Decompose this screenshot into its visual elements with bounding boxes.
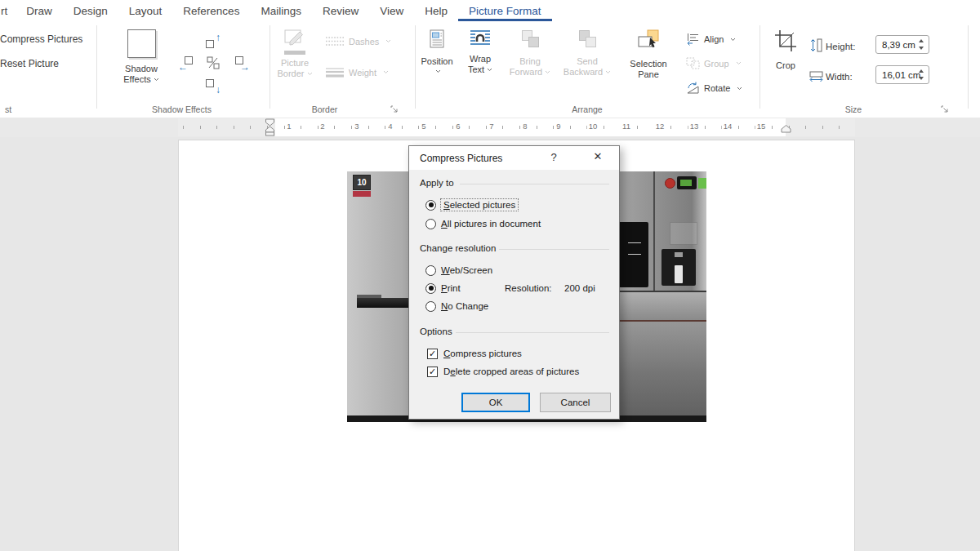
ruler-number: 8 bbox=[521, 122, 528, 131]
align-label: Align bbox=[704, 34, 724, 44]
fridge-badge-black bbox=[677, 176, 697, 189]
chevron-down-icon bbox=[737, 87, 742, 91]
selection-pane-icon bbox=[637, 29, 660, 53]
radio-label: Print bbox=[441, 283, 461, 293]
chevron-down-icon bbox=[385, 39, 391, 43]
tab-view[interactable]: View bbox=[369, 0, 414, 21]
rotate-button[interactable]: Rotate bbox=[686, 82, 742, 95]
radio-button-icon bbox=[425, 283, 436, 294]
resolution-value: 200 dpi bbox=[564, 283, 595, 293]
shadow-effects-button[interactable]: Shadow Effects bbox=[114, 29, 168, 85]
tab-insert-partial[interactable]: rt bbox=[0, 0, 16, 21]
crop-button[interactable]: Crop bbox=[766, 29, 805, 71]
horizontal-ruler[interactable]: 1 2 3 4 5 6 7 8 9 10 11 12 13 14 15 bbox=[178, 118, 855, 136]
tab-design[interactable]: Design bbox=[63, 0, 118, 21]
dashes-icon bbox=[325, 36, 345, 47]
align-button[interactable]: Align bbox=[686, 33, 736, 46]
send-backward-button: Send Backward bbox=[559, 29, 616, 78]
align-icon bbox=[686, 33, 700, 46]
dialog-launcher-icon bbox=[941, 105, 949, 113]
checkbox-delete-cropped[interactable]: ✓ Delete cropped areas of pictures bbox=[427, 365, 579, 378]
tab-references[interactable]: References bbox=[172, 0, 250, 21]
position-icon bbox=[430, 29, 444, 51]
border-dialog-launcher[interactable] bbox=[390, 105, 399, 113]
weight-button: Weight bbox=[325, 67, 389, 78]
send-backward-label-1: Send bbox=[577, 56, 598, 67]
group-separator bbox=[415, 25, 416, 109]
radio-web-screen[interactable]: Web/Screen bbox=[425, 264, 492, 277]
radio-button-icon bbox=[425, 219, 436, 229]
tab-mailings[interactable]: Mailings bbox=[250, 0, 312, 21]
picture-border-button: Picture Border bbox=[271, 29, 318, 79]
nudge-shadow-up-button[interactable]: ↑ bbox=[204, 33, 220, 49]
selection-pane-button[interactable]: Selection Pane bbox=[621, 29, 676, 80]
spin-down-icon[interactable] bbox=[919, 47, 924, 50]
tab-layout[interactable]: Layout bbox=[118, 0, 173, 21]
selection-pane-label-2: Pane bbox=[638, 69, 659, 80]
dialog-help-button[interactable]: ? bbox=[546, 151, 561, 166]
ruler-number: 11 bbox=[621, 122, 632, 131]
height-input[interactable]: 8,39 cm bbox=[875, 35, 929, 54]
spin-up-icon[interactable] bbox=[919, 69, 924, 73]
checkbox-icon: ✓ bbox=[427, 367, 438, 377]
toggle-shadow-button[interactable] bbox=[206, 56, 222, 72]
radio-print[interactable]: Print bbox=[425, 282, 461, 295]
dispenser-cup bbox=[675, 265, 683, 283]
checkbox-label: Compress pictures bbox=[443, 349, 522, 358]
rotate-label: Rotate bbox=[704, 83, 730, 93]
compress-pictures-button[interactable]: Compress Pictures bbox=[0, 33, 82, 45]
dashes-label: Dashes bbox=[349, 37, 379, 47]
ruler-number: 15 bbox=[755, 122, 768, 131]
nudge-shadow-right-button[interactable]: → bbox=[234, 56, 250, 72]
checkbox-compress-pictures[interactable]: ✓ Compress pictures bbox=[427, 347, 522, 360]
fridge-door-seam bbox=[653, 171, 655, 291]
shadow-effects-label-2: Effects bbox=[123, 74, 158, 85]
width-input[interactable]: 16,01 cm bbox=[875, 65, 929, 84]
ruler-number: 4 bbox=[386, 122, 394, 131]
arrow-left-icon: ← bbox=[178, 62, 188, 72]
dialog-title-bar[interactable]: Compress Pictures ? ✕ bbox=[409, 146, 619, 170]
width-label: Width: bbox=[826, 72, 853, 82]
warranty-badge-number: 10 bbox=[353, 175, 371, 190]
nudge-shadow-left-button[interactable]: ← bbox=[178, 56, 194, 72]
dialog-close-button[interactable]: ✕ bbox=[588, 150, 608, 166]
wrap-text-button[interactable]: Wrap Text bbox=[461, 29, 500, 75]
arrange-group-label: Arrange bbox=[415, 104, 760, 114]
nudge-shadow-down-button[interactable]: ↓ bbox=[204, 78, 220, 95]
height-label: Height: bbox=[826, 42, 855, 51]
tab-draw[interactable]: Draw bbox=[16, 0, 63, 21]
label-rest: rint bbox=[448, 283, 461, 293]
cancel-button[interactable]: Cancel bbox=[540, 393, 611, 412]
tab-picture-format[interactable]: Picture Format bbox=[458, 0, 552, 21]
position-button[interactable]: Position bbox=[416, 29, 457, 73]
radio-label: All pictures in document bbox=[441, 219, 541, 229]
accel-letter: S bbox=[443, 200, 450, 210]
wrap-text-icon bbox=[470, 29, 491, 48]
document-canvas: 10 bbox=[0, 137, 980, 551]
tab-help[interactable]: Help bbox=[414, 0, 458, 21]
tab-review[interactable]: Review bbox=[312, 0, 369, 21]
indent-marker-left[interactable] bbox=[265, 118, 275, 136]
size-dialog-launcher[interactable] bbox=[941, 105, 949, 113]
apply-to-section-label: Apply to bbox=[420, 178, 454, 188]
radio-no-change[interactable]: No Change bbox=[425, 300, 488, 313]
bring-forward-icon bbox=[521, 29, 540, 51]
reset-picture-button[interactable]: Reset Picture bbox=[0, 58, 59, 69]
chevron-down-icon bbox=[730, 38, 736, 42]
ok-button[interactable]: OK bbox=[461, 393, 530, 412]
section-divider bbox=[499, 249, 609, 250]
accel-letter: W bbox=[441, 265, 450, 275]
size-group-label: Size bbox=[760, 104, 947, 114]
spin-down-icon[interactable] bbox=[919, 77, 924, 80]
radio-all-pictures[interactable]: All pictures in document bbox=[425, 217, 541, 230]
selection-pane-label-1: Selection bbox=[630, 59, 666, 69]
group-separator bbox=[96, 25, 97, 109]
height-spinner bbox=[917, 39, 925, 50]
chevron-down-icon bbox=[605, 70, 611, 74]
warranty-badge: 10 bbox=[353, 175, 371, 197]
indent-marker-right[interactable] bbox=[781, 125, 791, 133]
spin-up-icon[interactable] bbox=[919, 39, 924, 42]
position-label: Position bbox=[421, 56, 452, 67]
radio-selected-pictures[interactable]: Selected pictures bbox=[425, 198, 518, 211]
group-separator bbox=[760, 25, 760, 109]
